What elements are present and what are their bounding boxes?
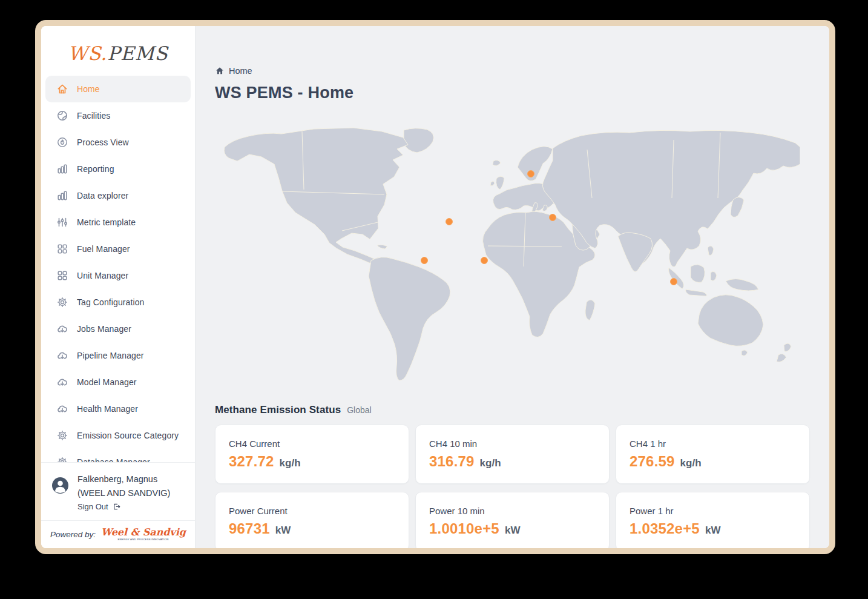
sidebar-item-label: Metric template — [77, 217, 136, 227]
user-name-line1: Falkenberg, Magnus — [77, 472, 170, 486]
landmass — [698, 295, 763, 346]
landmass — [726, 279, 758, 291]
breadcrumb[interactable]: Home — [215, 66, 252, 76]
sidebar-item-data-explorer[interactable]: Data explorer — [45, 182, 191, 209]
sidebar-item-home[interactable]: Home — [45, 76, 191, 102]
breadcrumb-home: Home — [229, 66, 252, 76]
powered-by-label: Powered by: — [50, 530, 96, 539]
metric-value: 1.0352e+5 — [630, 520, 700, 537]
user-panel: Falkenberg, Magnus (WEEL AND SANDVIG) Si… — [41, 462, 195, 520]
world-map-svg — [223, 127, 800, 382]
sidebar-item-label: Facilities — [77, 111, 110, 121]
metric-value: 316.79 — [429, 453, 475, 470]
sidebar-item-model-manager[interactable]: Model Manager — [45, 369, 191, 395]
sidebar-item-database-manager[interactable]: Database Manager — [45, 449, 191, 462]
section-scope: Global — [347, 405, 371, 415]
facility-marker-denmark[interactable] — [528, 171, 534, 177]
cloud-download-icon — [56, 403, 68, 415]
landmass — [669, 268, 684, 289]
metric-unit: kW — [275, 525, 291, 537]
facility-marker-turkey[interactable] — [550, 214, 556, 221]
sidebar-item-label: Emission Source Category — [77, 431, 179, 440]
cloud-download-icon — [56, 376, 68, 388]
landmass — [741, 350, 748, 356]
landmass — [585, 300, 595, 320]
sidebar-item-label: Process View — [77, 137, 129, 147]
home-icon — [215, 66, 225, 76]
metric-label: CH4 1 hr — [630, 438, 796, 449]
metric-label: CH4 10 min — [429, 438, 596, 449]
sliders-icon — [56, 216, 68, 228]
metric-label: Power Current — [229, 506, 395, 516]
facility-marker-west-atlantic[interactable] — [421, 257, 428, 264]
page-title: WS PEMS - Home — [215, 84, 810, 102]
grid-icon — [56, 243, 68, 255]
sidebar-nav: HomeFacilitiesProcess ViewReportingData … — [41, 72, 195, 462]
powered-by: Powered by: Weel & Sandvig ENERGY AND PR… — [41, 520, 195, 548]
metric-label: Power 1 hr — [630, 506, 796, 516]
sidebar-item-health-manager[interactable]: Health Manager — [45, 395, 191, 422]
landmass — [493, 161, 501, 166]
sidebar-item-tag-configuration[interactable]: Tag Configuration — [45, 289, 191, 316]
metric-unit: kg/h — [280, 457, 301, 469]
sidebar-item-label: Home — [77, 84, 100, 94]
landmass — [708, 246, 714, 256]
flame-icon — [56, 136, 68, 148]
grid-icon — [56, 270, 68, 282]
sidebar-item-unit-manager[interactable]: Unit Manager — [45, 262, 191, 289]
facility-marker-senegal[interactable] — [481, 257, 488, 264]
metric-card-ch4-1-hr: CH4 1 hr276.59kg/h — [616, 425, 810, 484]
brand-tagline: ENERGY AND PROCESS INNOVATION — [118, 538, 169, 540]
landmass — [404, 128, 433, 153]
metric-label: CH4 Current — [229, 438, 395, 449]
landmass — [224, 128, 408, 264]
section-header: Methane Emission Status Global — [215, 404, 810, 416]
metric-cards: CH4 Current327.72kg/hCH4 10 min316.79kg/… — [215, 425, 810, 548]
world-map — [223, 127, 800, 382]
weel-sandvig-logo: Weel & Sandvig ENERGY AND PROCESS INNOVA… — [101, 528, 186, 541]
landmass — [784, 343, 791, 351]
sidebar-item-metric-template[interactable]: Metric template — [45, 209, 191, 236]
landmass — [691, 265, 705, 282]
sign-out-button[interactable]: Sign Out — [77, 502, 170, 511]
app-logo: WS.PEMS — [41, 26, 195, 72]
sidebar-item-label: Jobs Manager — [77, 324, 131, 334]
metric-value: 1.0010e+5 — [429, 520, 499, 537]
sidebar-item-facilities[interactable]: Facilities — [45, 102, 191, 129]
sidebar: WS.PEMS HomeFacilitiesProcess ViewReport… — [41, 26, 196, 548]
sidebar-item-reporting[interactable]: Reporting — [45, 156, 191, 182]
bar-chart-icon — [56, 163, 68, 175]
metric-value: 327.72 — [229, 453, 274, 470]
logo-ws: WS. — [68, 42, 107, 64]
sidebar-item-pipeline-manager[interactable]: Pipeline Manager — [45, 342, 191, 369]
landmass — [496, 176, 504, 190]
sidebar-item-fuel-manager[interactable]: Fuel Manager — [45, 236, 191, 262]
metric-unit: kW — [505, 525, 521, 537]
landmass — [490, 181, 495, 185]
metric-card-power-1-hr: Power 1 hr1.0352e+5kW — [616, 492, 810, 548]
sidebar-item-jobs-manager[interactable]: Jobs Manager — [45, 316, 191, 342]
sidebar-item-label: Tag Configuration — [77, 297, 144, 307]
metric-value: 276.59 — [630, 453, 675, 470]
facility-marker-mid-atlantic[interactable] — [446, 219, 453, 225]
landmass — [711, 271, 717, 280]
sidebar-item-label: Database Manager — [77, 457, 150, 462]
sidebar-item-label: Reporting — [77, 164, 114, 174]
metric-unit: kg/h — [680, 457, 702, 469]
sign-out-icon — [112, 502, 121, 511]
sidebar-item-label: Unit Manager — [77, 271, 128, 280]
metric-card-ch4-current: CH4 Current327.72kg/h — [215, 425, 409, 484]
brand-name: Weel & Sandvig — [101, 528, 186, 537]
sidebar-item-emission-source-category[interactable]: Emission Source Category — [45, 422, 191, 449]
gear-icon — [56, 296, 68, 308]
section-title: Methane Emission Status — [215, 404, 341, 416]
metric-card-power-10-min: Power 10 min1.0010e+5kW — [415, 492, 610, 548]
landmass — [377, 245, 387, 249]
metric-label: Power 10 min — [429, 506, 596, 516]
sidebar-item-process-view[interactable]: Process View — [45, 129, 191, 156]
metric-card-ch4-10-min: CH4 10 min316.79kg/h — [415, 425, 610, 484]
landmass — [777, 354, 786, 362]
facility-marker-malaysia[interactable] — [671, 279, 677, 285]
bar-chart-icon — [56, 190, 68, 202]
landmass — [618, 233, 653, 272]
